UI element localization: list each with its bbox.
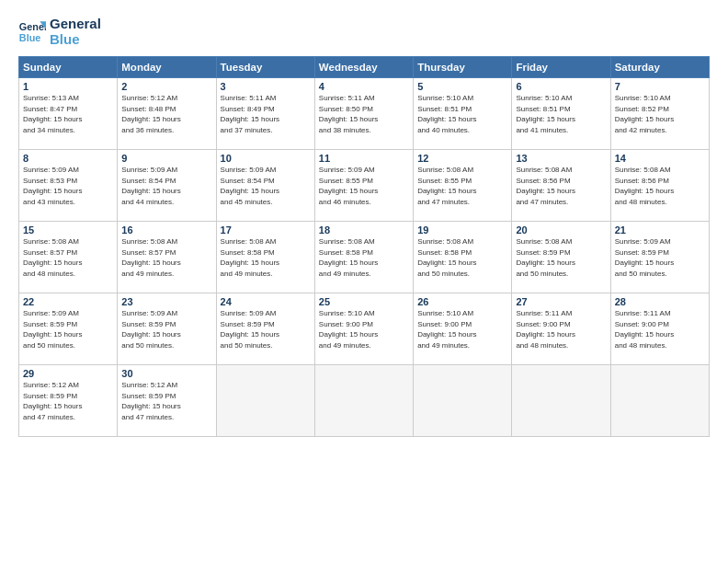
day-detail: Sunrise: 5:10 AMSunset: 8:52 PMDaylight:… xyxy=(615,93,705,135)
calendar-cell: 7Sunrise: 5:10 AMSunset: 8:52 PMDaylight… xyxy=(610,78,709,150)
day-detail: Sunrise: 5:12 AMSunset: 8:59 PMDaylight:… xyxy=(121,380,211,422)
day-number: 20 xyxy=(516,224,606,236)
day-number: 9 xyxy=(121,153,211,164)
day-number: 4 xyxy=(319,81,409,92)
day-number: 19 xyxy=(417,224,507,236)
page: General Blue General Blue SundayMondayTu… xyxy=(0,0,728,563)
day-number: 2 xyxy=(121,81,211,92)
day-detail: Sunrise: 5:09 AMSunset: 8:59 PMDaylight:… xyxy=(121,308,211,350)
calendar-cell: 15Sunrise: 5:08 AMSunset: 8:57 PMDayligh… xyxy=(19,222,118,293)
svg-text:Blue: Blue xyxy=(19,32,40,43)
calendar-cell: 16Sunrise: 5:08 AMSunset: 8:57 PMDayligh… xyxy=(118,222,216,293)
weekday-header-monday: Monday xyxy=(118,57,216,78)
weekday-header-tuesday: Tuesday xyxy=(216,57,314,78)
day-detail: Sunrise: 5:08 AMSunset: 8:57 PMDaylight:… xyxy=(23,236,113,279)
calendar-cell: 30Sunrise: 5:12 AMSunset: 8:59 PMDayligh… xyxy=(118,365,216,437)
day-detail: Sunrise: 5:12 AMSunset: 8:59 PMDaylight:… xyxy=(23,380,113,422)
header: General Blue General Blue xyxy=(18,17,710,47)
calendar-cell: 11Sunrise: 5:09 AMSunset: 8:55 PMDayligh… xyxy=(314,150,413,222)
calendar-cell: 8Sunrise: 5:09 AMSunset: 8:53 PMDaylight… xyxy=(19,150,118,222)
calendar-cell xyxy=(414,365,512,437)
logo-text: General Blue xyxy=(50,17,101,47)
day-detail: Sunrise: 5:10 AMSunset: 9:00 PMDaylight:… xyxy=(319,308,409,350)
day-detail: Sunrise: 5:09 AMSunset: 8:55 PMDaylight:… xyxy=(319,165,409,207)
day-number: 14 xyxy=(615,153,705,164)
day-detail: Sunrise: 5:09 AMSunset: 8:54 PMDaylight:… xyxy=(221,165,311,207)
day-detail: Sunrise: 5:08 AMSunset: 8:58 PMDaylight:… xyxy=(319,236,409,279)
calendar-cell: 12Sunrise: 5:08 AMSunset: 8:55 PMDayligh… xyxy=(414,150,512,222)
calendar-cell: 19Sunrise: 5:08 AMSunset: 8:58 PMDayligh… xyxy=(414,222,512,293)
calendar-table: SundayMondayTuesdayWednesdayThursdayFrid… xyxy=(18,56,710,437)
day-number: 7 xyxy=(615,81,705,92)
calendar-cell: 13Sunrise: 5:08 AMSunset: 8:56 PMDayligh… xyxy=(512,150,610,222)
day-detail: Sunrise: 5:12 AMSunset: 8:48 PMDaylight:… xyxy=(121,93,211,135)
calendar-cell: 9Sunrise: 5:09 AMSunset: 8:54 PMDaylight… xyxy=(118,150,216,222)
weekday-header-sunday: Sunday xyxy=(19,57,118,78)
calendar-cell: 6Sunrise: 5:10 AMSunset: 8:51 PMDaylight… xyxy=(512,78,610,150)
day-detail: Sunrise: 5:11 AMSunset: 8:49 PMDaylight:… xyxy=(221,93,311,135)
day-detail: Sunrise: 5:09 AMSunset: 8:59 PMDaylight:… xyxy=(23,308,113,350)
calendar-cell: 3Sunrise: 5:11 AMSunset: 8:49 PMDaylight… xyxy=(216,78,314,150)
day-detail: Sunrise: 5:08 AMSunset: 8:56 PMDaylight:… xyxy=(615,165,705,207)
calendar-cell xyxy=(216,365,314,437)
calendar-week-2: 8Sunrise: 5:09 AMSunset: 8:53 PMDaylight… xyxy=(19,150,710,222)
calendar-cell: 22Sunrise: 5:09 AMSunset: 8:59 PMDayligh… xyxy=(19,293,118,365)
day-number: 15 xyxy=(23,224,113,236)
day-detail: Sunrise: 5:09 AMSunset: 8:59 PMDaylight:… xyxy=(221,308,311,350)
day-number: 30 xyxy=(121,368,211,379)
day-number: 23 xyxy=(121,296,211,307)
weekday-header-row: SundayMondayTuesdayWednesdayThursdayFrid… xyxy=(19,57,710,78)
day-detail: Sunrise: 5:09 AMSunset: 8:59 PMDaylight:… xyxy=(615,236,705,279)
day-detail: Sunrise: 5:08 AMSunset: 8:57 PMDaylight:… xyxy=(121,236,211,279)
calendar-cell: 4Sunrise: 5:11 AMSunset: 8:50 PMDaylight… xyxy=(314,78,413,150)
calendar-cell: 21Sunrise: 5:09 AMSunset: 8:59 PMDayligh… xyxy=(610,222,709,293)
day-number: 10 xyxy=(221,153,311,164)
day-detail: Sunrise: 5:09 AMSunset: 8:54 PMDaylight:… xyxy=(121,165,211,207)
day-number: 27 xyxy=(516,296,606,307)
day-number: 1 xyxy=(23,81,113,92)
day-detail: Sunrise: 5:10 AMSunset: 8:51 PMDaylight:… xyxy=(417,93,507,135)
day-number: 25 xyxy=(319,296,409,307)
calendar-week-5: 29Sunrise: 5:12 AMSunset: 8:59 PMDayligh… xyxy=(19,365,710,437)
logo-icon: General Blue xyxy=(18,18,46,46)
day-number: 3 xyxy=(221,81,311,92)
weekday-header-thursday: Thursday xyxy=(414,57,512,78)
day-number: 21 xyxy=(615,224,705,236)
calendar-cell: 20Sunrise: 5:08 AMSunset: 8:59 PMDayligh… xyxy=(512,222,610,293)
calendar-week-3: 15Sunrise: 5:08 AMSunset: 8:57 PMDayligh… xyxy=(19,222,710,293)
calendar-cell: 18Sunrise: 5:08 AMSunset: 8:58 PMDayligh… xyxy=(314,222,413,293)
calendar-cell xyxy=(314,365,413,437)
day-number: 11 xyxy=(319,153,409,164)
calendar-cell: 14Sunrise: 5:08 AMSunset: 8:56 PMDayligh… xyxy=(610,150,709,222)
calendar-cell xyxy=(610,365,709,437)
calendar-cell: 27Sunrise: 5:11 AMSunset: 9:00 PMDayligh… xyxy=(512,293,610,365)
day-number: 5 xyxy=(417,81,507,92)
day-detail: Sunrise: 5:10 AMSunset: 8:51 PMDaylight:… xyxy=(516,93,606,135)
day-detail: Sunrise: 5:09 AMSunset: 8:53 PMDaylight:… xyxy=(23,165,113,207)
day-detail: Sunrise: 5:08 AMSunset: 8:59 PMDaylight:… xyxy=(516,236,606,279)
day-detail: Sunrise: 5:08 AMSunset: 8:58 PMDaylight:… xyxy=(221,236,311,279)
calendar-cell: 10Sunrise: 5:09 AMSunset: 8:54 PMDayligh… xyxy=(216,150,314,222)
day-number: 12 xyxy=(417,153,507,164)
calendar-cell: 23Sunrise: 5:09 AMSunset: 8:59 PMDayligh… xyxy=(118,293,216,365)
calendar-cell: 26Sunrise: 5:10 AMSunset: 9:00 PMDayligh… xyxy=(414,293,512,365)
day-detail: Sunrise: 5:13 AMSunset: 8:47 PMDaylight:… xyxy=(23,93,113,135)
day-number: 13 xyxy=(516,153,606,164)
day-number: 22 xyxy=(23,296,113,307)
calendar-cell: 29Sunrise: 5:12 AMSunset: 8:59 PMDayligh… xyxy=(19,365,118,437)
day-number: 28 xyxy=(615,296,705,307)
calendar-cell: 28Sunrise: 5:11 AMSunset: 9:00 PMDayligh… xyxy=(610,293,709,365)
day-number: 24 xyxy=(221,296,311,307)
calendar-cell: 17Sunrise: 5:08 AMSunset: 8:58 PMDayligh… xyxy=(216,222,314,293)
weekday-header-saturday: Saturday xyxy=(610,57,709,78)
day-detail: Sunrise: 5:08 AMSunset: 8:55 PMDaylight:… xyxy=(417,165,507,207)
day-number: 26 xyxy=(417,296,507,307)
calendar-week-4: 22Sunrise: 5:09 AMSunset: 8:59 PMDayligh… xyxy=(19,293,710,365)
calendar-cell: 1Sunrise: 5:13 AMSunset: 8:47 PMDaylight… xyxy=(19,78,118,150)
day-number: 18 xyxy=(319,224,409,236)
weekday-header-friday: Friday xyxy=(512,57,610,78)
day-number: 16 xyxy=(121,224,211,236)
day-detail: Sunrise: 5:11 AMSunset: 9:00 PMDaylight:… xyxy=(516,308,606,350)
calendar-cell: 25Sunrise: 5:10 AMSunset: 9:00 PMDayligh… xyxy=(314,293,413,365)
day-detail: Sunrise: 5:11 AMSunset: 8:50 PMDaylight:… xyxy=(319,93,409,135)
